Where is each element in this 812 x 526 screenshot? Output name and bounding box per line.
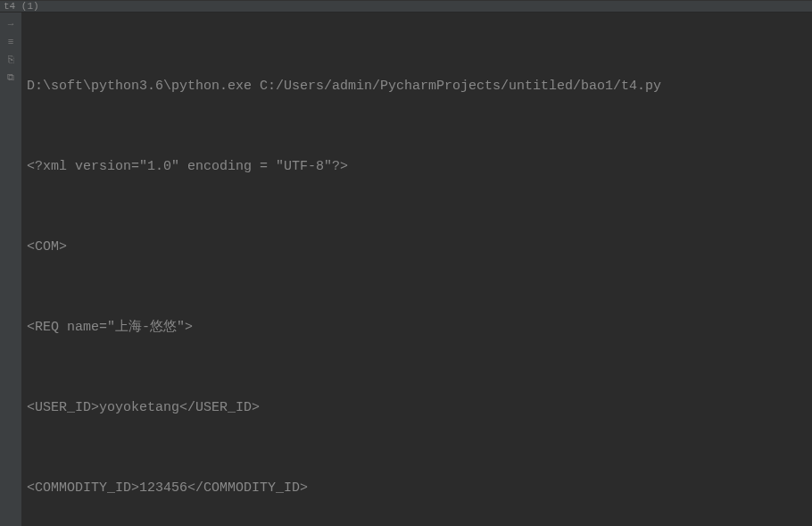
console-line: D:\soft\python3.6\python.exe C:/Users/ad… [27,73,807,100]
console-output[interactable]: D:\soft\python3.6\python.exe C:/Users/ad… [21,13,812,526]
breadcrumb-bar: t4 (1) [0,0,812,13]
list-icon[interactable]: ≡ [4,36,17,48]
console-line: <?xml version="1.0" encoding = "UTF-8"?> [27,154,807,180]
breadcrumb-label: t4 (1) [4,1,39,12]
step-icon[interactable]: → [4,18,17,30]
wrap-icon[interactable]: ⧉ [4,71,17,84]
console-line: <COMMODITY_ID>123456</COMMODITY_ID> [27,475,807,502]
copy-icon[interactable]: ⎘ [4,54,17,66]
console-toolbar: → ≡ ⎘ ⧉ [0,13,21,526]
console-line: <REQ name="上海-悠悠"> [27,314,807,341]
console-line: <COM> [27,234,807,261]
console-line: <USER_ID>yoyoketang</USER_ID> [27,395,807,422]
run-console[interactable]: → ≡ ⎘ ⧉ D:\soft\python3.6\python.exe C:/… [0,13,812,526]
